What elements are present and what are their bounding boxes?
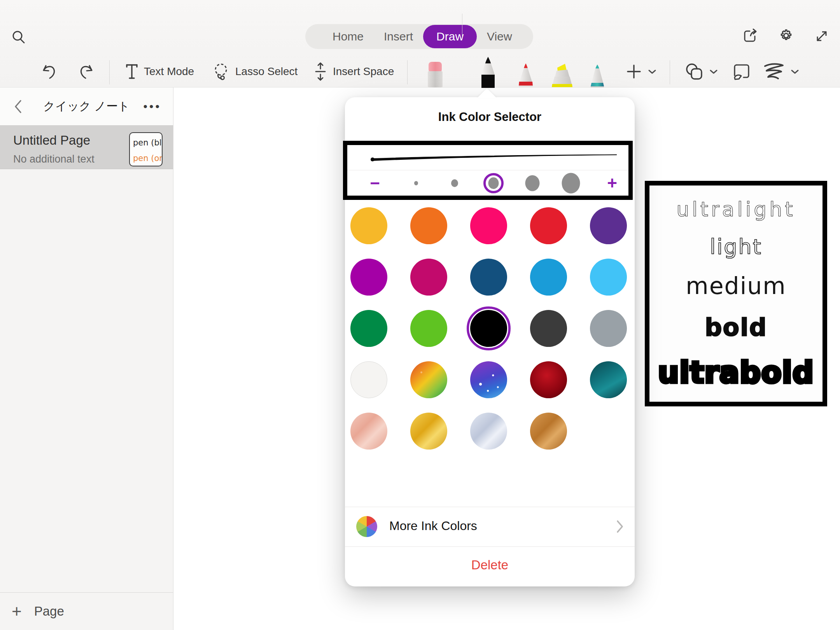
color-swatch-gold-metallic[interactable] bbox=[410, 413, 447, 450]
weight-sample-ultrabold: ultrabold bbox=[658, 355, 814, 390]
squiggle-icon bbox=[763, 62, 785, 81]
decrease-size-button[interactable]: − bbox=[370, 175, 380, 192]
stroke-size-annotation-box: − + bbox=[343, 141, 633, 200]
thumbnail-ink-text: pen (ora bbox=[133, 151, 162, 166]
insert-space-button[interactable]: Insert Space bbox=[313, 59, 394, 84]
color-swatch-purple[interactable] bbox=[590, 207, 627, 244]
page-sidebar: クイック ノート ••• Untitled Page No additional… bbox=[0, 88, 173, 630]
stroke-width-preview bbox=[369, 152, 618, 164]
weight-sample-light: light bbox=[710, 234, 762, 259]
page-thumbnail: pen (blpen (ora bbox=[129, 132, 163, 166]
toolbar-separator bbox=[462, 14, 462, 38]
ink-replay-button[interactable] bbox=[732, 59, 751, 84]
pen-tray bbox=[420, 0, 622, 88]
expand-icon[interactable] bbox=[813, 27, 831, 45]
color-swatch-pink[interactable] bbox=[470, 207, 507, 244]
delete-pen-button[interactable]: Delete bbox=[345, 547, 635, 572]
more-options-icon[interactable]: ••• bbox=[143, 100, 161, 113]
increase-size-button[interactable]: + bbox=[607, 175, 617, 192]
delete-label: Delete bbox=[471, 558, 508, 572]
color-swatch-blue[interactable] bbox=[530, 259, 567, 296]
color-swatch-bronze[interactable] bbox=[530, 413, 567, 450]
search-icon[interactable] bbox=[10, 29, 27, 46]
weight-sample-medium: medium bbox=[686, 272, 786, 299]
color-swatch-gray[interactable] bbox=[590, 310, 627, 347]
chevron-down-icon bbox=[648, 69, 656, 74]
teal-pencil-tool[interactable] bbox=[589, 65, 606, 88]
insert-space-label: Insert Space bbox=[333, 65, 394, 78]
color-swatch-rose-gold[interactable] bbox=[350, 413, 387, 450]
color-swatch-lime-green[interactable] bbox=[410, 310, 447, 347]
black-pen-tool[interactable] bbox=[479, 57, 497, 88]
color-grid bbox=[350, 207, 627, 450]
color-swatch-garnet[interactable] bbox=[530, 361, 567, 398]
stroke-size-row: − + bbox=[347, 170, 628, 196]
tab-insert[interactable]: Insert bbox=[374, 25, 423, 48]
color-swatch-rainbow-glitter[interactable] bbox=[410, 361, 447, 398]
top-toolbar: HomeInsertDrawView Text Mode Lasso Selec… bbox=[0, 0, 840, 88]
plus-icon: + bbox=[12, 602, 22, 621]
insert-space-icon bbox=[313, 62, 327, 81]
tab-home[interactable]: Home bbox=[322, 25, 374, 48]
lasso-select-label: Lasso Select bbox=[235, 65, 298, 78]
sidebar-header: クイック ノート ••• bbox=[0, 88, 173, 125]
lasso-select-button[interactable]: Lasso Select bbox=[212, 59, 298, 84]
text-mode-label: Text Mode bbox=[144, 65, 194, 78]
eraser-tool[interactable] bbox=[426, 62, 444, 88]
yellow-highlighter-tool[interactable] bbox=[551, 63, 574, 88]
color-swatch-green[interactable] bbox=[350, 310, 387, 347]
color-wheel-icon bbox=[356, 516, 377, 537]
color-swatch-galaxy[interactable] bbox=[470, 361, 507, 398]
thumbnail-ink-text: pen (bl bbox=[133, 135, 162, 151]
chevron-down-icon bbox=[709, 69, 718, 74]
toolbar-separator bbox=[407, 60, 408, 84]
color-swatch-white[interactable] bbox=[350, 361, 387, 398]
color-swatch-silver[interactable] bbox=[470, 413, 507, 450]
color-swatch-dark-gray[interactable] bbox=[530, 310, 567, 347]
popup-caret bbox=[477, 88, 497, 98]
page-subtitle: No additional text bbox=[13, 153, 94, 165]
text-mode-icon bbox=[125, 63, 138, 80]
color-swatch-ocean[interactable] bbox=[590, 361, 627, 398]
color-swatch-orange[interactable] bbox=[410, 207, 447, 244]
color-swatch-gold[interactable] bbox=[350, 207, 387, 244]
text-mode-button[interactable]: Text Mode bbox=[125, 59, 194, 84]
shapes-button[interactable] bbox=[684, 59, 718, 84]
more-ink-colors-label: More Ink Colors bbox=[389, 519, 477, 533]
add-page-button[interactable]: + Page bbox=[0, 592, 173, 630]
weight-sample-bold: bold bbox=[705, 313, 767, 341]
size-dot-2[interactable] bbox=[451, 179, 458, 187]
undo-button[interactable] bbox=[40, 59, 58, 84]
toolbar-separator bbox=[670, 60, 670, 84]
size-dot-4[interactable] bbox=[525, 175, 540, 191]
page-title: Untitled Page bbox=[13, 133, 90, 148]
page-list-item[interactable]: Untitled Page No additional text pen (bl… bbox=[0, 125, 173, 169]
red-pen-tool[interactable] bbox=[516, 63, 535, 88]
size-dot-1[interactable] bbox=[414, 181, 418, 185]
chevron-down-icon bbox=[791, 69, 799, 74]
toolbar-separator bbox=[109, 60, 110, 84]
color-swatch-sky-blue[interactable] bbox=[590, 259, 627, 296]
pen-weight-sample-annotation-box: ultralightlightmediumboldultrabold bbox=[645, 181, 827, 406]
color-swatch-magenta[interactable] bbox=[350, 259, 387, 296]
redo-button[interactable] bbox=[78, 59, 96, 84]
chevron-right-icon bbox=[616, 520, 624, 533]
more-ink-colors-button[interactable]: More Ink Colors bbox=[345, 507, 635, 546]
share-icon[interactable] bbox=[741, 27, 759, 45]
settings-gear-icon[interactable] bbox=[777, 27, 794, 45]
color-swatch-navy-blue[interactable] bbox=[470, 259, 507, 296]
color-swatch-black[interactable] bbox=[470, 310, 507, 347]
size-dot-5[interactable] bbox=[562, 173, 580, 193]
add-page-label: Page bbox=[34, 604, 64, 619]
shapes-icon bbox=[684, 62, 704, 81]
color-swatch-raspberry[interactable] bbox=[410, 259, 447, 296]
lasso-icon bbox=[212, 62, 230, 81]
size-dot-3[interactable] bbox=[488, 177, 499, 189]
color-swatch-red[interactable] bbox=[530, 207, 567, 244]
add-pen-button[interactable] bbox=[625, 59, 656, 84]
popup-title: Ink Color Selector bbox=[345, 110, 635, 124]
weight-sample-ultralight: ultralight bbox=[676, 198, 795, 221]
ink-effects-button[interactable] bbox=[763, 59, 799, 84]
